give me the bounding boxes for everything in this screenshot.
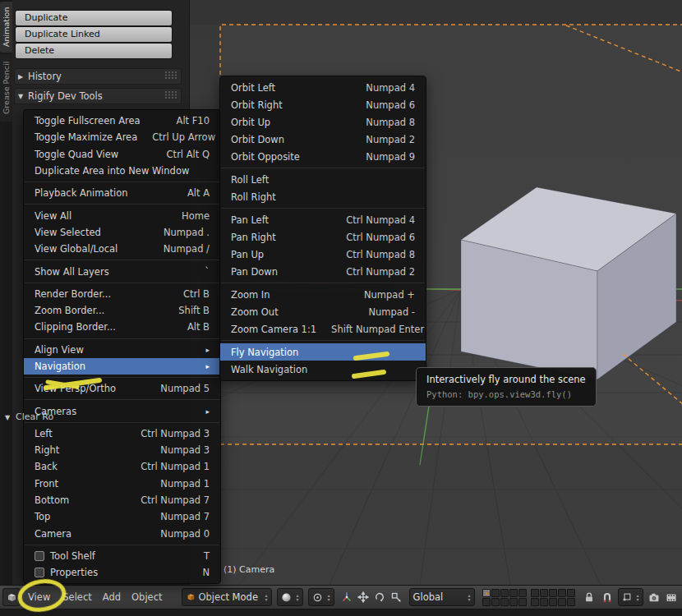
menu-item-shortcut: Numpad + [364,289,415,301]
layer-toggle-4[interactable] [509,589,518,597]
menu-item-render-border[interactable]: Render Border...Ctrl B [24,286,220,302]
layer-toggle-8[interactable] [549,589,557,597]
opengl-render-anim-button[interactable] [663,589,680,605]
menu-item-zoom-in[interactable]: Zoom InNumpad + [220,286,426,303]
duplicate-button[interactable]: Duplicate [15,10,173,26]
menu-item-label: Front [35,478,145,490]
layer-toggle-10[interactable] [567,589,575,597]
menu-item-pan-up[interactable]: Pan UpCtrl Numpad 8 [220,246,426,263]
menu-add[interactable]: Add [103,591,121,603]
menu-item-duplicate-area-into-new-window[interactable]: Duplicate Area into New Window [24,163,220,179]
layer-toggle-14[interactable] [509,598,518,606]
tab-grease-pencil[interactable]: Grease Pencil [0,54,12,122]
viewport-shading-dropdown[interactable] [277,588,303,606]
menu-item-shortcut: Numpad 9 [366,151,415,163]
layer-toggle-6[interactable] [531,589,539,597]
menu-object[interactable]: Object [131,591,162,603]
menu-item-left[interactable]: LeftCtrl Numpad 3 [24,425,220,442]
layer-toggle-20[interactable] [567,598,575,606]
layer-toggle-19[interactable] [558,598,566,606]
menu-item-camera[interactable]: CameraNumpad 0 [24,526,220,542]
menu-item-bottom[interactable]: BottomCtrl Numpad 7 [24,492,220,508]
orientation-dropdown[interactable]: Global [409,588,475,606]
manipulator-translate-button[interactable] [355,589,371,605]
manipulator-scale-button[interactable] [388,589,404,605]
menu-item-orbit-opposite[interactable]: Orbit OppositeNumpad 9 [220,148,426,165]
menu-item-orbit-right[interactable]: Orbit RightNumpad 6 [220,96,426,113]
editor-type-button[interactable] [2,588,21,606]
dropdown-arrows-icon [328,593,330,601]
menu-item-walk-navigation[interactable]: Walk Navigation [220,361,426,378]
panel-header-rigify-dev-tools[interactable]: Rigify Dev Tools [14,88,182,104]
menu-item-toggle-quad-view[interactable]: Toggle Quad ViewCtrl Alt Q [24,146,220,163]
menu-item-roll-right[interactable]: Roll Right [220,188,426,205]
layer-toggle-16[interactable] [531,598,539,606]
menu-view[interactable]: View [28,591,50,603]
menu-item-pan-right[interactable]: Pan RightCtrl Numpad 6 [220,228,426,246]
delete-button[interactable]: Delete [15,43,173,59]
layer-toggle-2[interactable] [491,589,500,597]
layer-toggle-13[interactable] [500,598,509,606]
menu-item-toggle-maximize-area[interactable]: Toggle Maximize AreaCtrl Up Arrow [24,129,220,145]
menu-item-toggle-fullscreen-area[interactable]: Toggle Fullscreen AreaAlt F10 [24,113,220,129]
layer-toggle-5[interactable] [518,589,527,597]
layer-toggle-9[interactable] [558,589,566,597]
layer-toggle-1[interactable] [482,589,491,597]
menu-item-pan-down[interactable]: Pan DownCtrl Numpad 2 [220,263,426,280]
menu-item-orbit-down[interactable]: Orbit DownNumpad 2 [220,131,426,148]
menu-item-orbit-left[interactable]: Orbit LeftNumpad 4 [220,79,426,96]
opengl-render-still-button[interactable] [646,589,662,605]
menu-item-view-all[interactable]: View AllHome [24,207,220,223]
layer-toggle-17[interactable] [540,598,548,606]
menu-item-roll-left[interactable]: Roll Left [220,171,426,188]
menu-item-show-all-layers[interactable]: Show All Layers` [24,263,220,279]
menu-item-shortcut: ` [205,266,210,278]
menu-item-top[interactable]: TopNumpad 7 [24,508,220,525]
layer-toggle-7[interactable] [540,589,548,597]
menu-item-orbit-up[interactable]: Orbit UpNumpad 8 [220,113,426,131]
manipulator-toggle-button[interactable] [339,589,355,605]
layer-toggle-3[interactable] [500,589,509,597]
layer-toggle-18[interactable] [549,598,557,606]
menu-separator [25,399,219,400]
menu-item-label: Pan Up [231,249,331,260]
menu-item-properties[interactable]: PropertiesN [24,564,220,581]
menu-separator [221,208,425,209]
lock-to-scene-button[interactable] [581,589,597,605]
menu-item-pan-left[interactable]: Pan LeftCtrl Numpad 4 [220,211,426,228]
panel-drag-grip-icon[interactable] [164,71,177,82]
manipulator-rotate-button[interactable] [371,589,388,605]
layer-toggle-12[interactable] [491,598,500,606]
menu-item-label: View Persp/Ortho [35,383,145,394]
menu-item-view-persp-ortho[interactable]: View Persp/OrthoNumpad 5 [24,380,220,397]
layer-toggle-15[interactable] [518,598,527,606]
tab-animation[interactable]: Animation [0,2,12,53]
menu-item-fly-navigation[interactable]: Fly Navigation [220,343,426,361]
menu-item-align-view[interactable]: Align View▸ [24,342,220,358]
menu-item-tool-shelf[interactable]: Tool ShelfT [24,548,220,564]
menu-item-view-selected[interactable]: View SelectedNumpad . [24,224,220,241]
menu-select[interactable]: Select [62,591,91,603]
menu-item-front[interactable]: FrontNumpad 1 [24,476,220,492]
menu-item-label: Roll Right [231,191,415,203]
menu-item-back[interactable]: BackCtrl Numpad 1 [24,458,220,475]
menu-item-zoom-out[interactable]: Zoom OutNumpad - [220,303,426,320]
menu-item-playback-animation[interactable]: Playback AnimationAlt A [24,185,220,201]
panel-header-clear-ro[interactable]: Clear Ro [5,411,53,422]
menu-item-right[interactable]: RightNumpad 3 [24,442,220,458]
layer-toggle-11[interactable] [482,598,491,606]
menu-item-navigation[interactable]: Navigation▸ [24,358,220,375]
snap-toggle-button[interactable] [599,589,615,605]
mode-dropdown[interactable]: Object Mode [182,588,272,606]
duplicate-linked-button[interactable]: Duplicate Linked [15,26,173,43]
panel-drag-grip-icon[interactable] [164,90,177,102]
panel-header-history[interactable]: History [14,68,182,85]
menu-item-zoom-camera-1-1[interactable]: Zoom Camera 1:1Shift Numpad Enter [220,320,426,338]
menu-item-shortcut: Numpad 1 [160,478,210,490]
menu-item-label: Playback Animation [35,187,173,199]
snap-element-dropdown[interactable] [618,588,643,606]
menu-item-view-global-local[interactable]: View Global/LocalNumpad / [24,241,220,257]
menu-item-zoom-border[interactable]: Zoom Border...Shift B [24,302,220,319]
menu-item-clipping-border[interactable]: Clipping Border...Alt B [24,319,220,335]
pivot-point-dropdown[interactable] [308,588,334,606]
